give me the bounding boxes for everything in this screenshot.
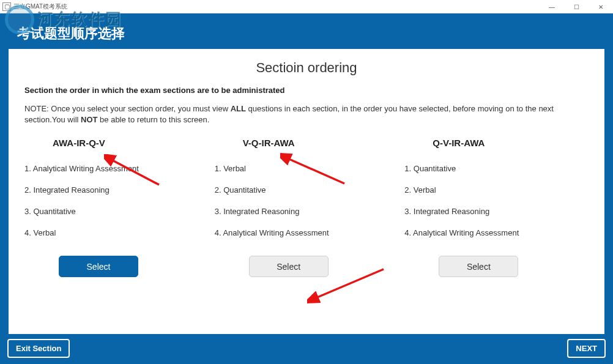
option-title: AWA-IR-Q-V <box>53 138 209 148</box>
next-button[interactable]: NEXT <box>567 339 606 358</box>
option-item: 2. Integrated Reasoning <box>24 185 209 195</box>
option-item: 4. Analytical Writing Assessment <box>404 228 589 237</box>
option-item: 1. Quantitative <box>404 164 589 173</box>
note-bold-1: ALL <box>231 104 246 113</box>
content-card: Sectioin ordering Section the order in w… <box>9 49 604 334</box>
select-button-3[interactable]: Select <box>439 256 518 277</box>
option-item: 4. Verbal <box>24 228 209 237</box>
order-option-1: AWA-IR-Q-V 1. Analytical Writing Assessm… <box>24 138 209 277</box>
exit-section-button[interactable]: Exit Section <box>7 339 70 358</box>
order-option-3: Q-V-IR-AWA 1. Quantitative 2. Verbal 3. … <box>404 138 589 277</box>
option-item: 3. Quantitative <box>24 207 209 216</box>
window-titlebar: ▢ 三立GMAT模考系统 — ☐ ✕ <box>0 0 613 13</box>
select-button-1[interactable]: Select <box>59 256 138 277</box>
option-item: 1. Verbal <box>215 164 399 173</box>
option-item: 3. Integrated Reasoning <box>215 207 399 216</box>
app-icon: ▢ <box>2 2 11 11</box>
card-title: Sectioin ordering <box>24 60 589 76</box>
app-area: 考试题型顺序选择 Sectioin ordering Section the o… <box>0 13 613 364</box>
instruction-bold: Section the order in which the exam sect… <box>24 86 589 95</box>
option-item: 1. Analytical Writing Assessment <box>24 164 209 173</box>
minimize-button[interactable]: — <box>540 0 564 13</box>
option-item: 2. Quantitative <box>215 185 399 195</box>
option-title: V-Q-IR-AWA <box>243 138 399 148</box>
footer-bar: Exit Section NEXT <box>5 334 608 359</box>
page-header: 考试题型顺序选择 <box>5 18 608 49</box>
instruction-note: NOTE: Once you select your section order… <box>24 103 589 125</box>
order-option-2: V-Q-IR-AWA 1. Verbal 2. Quantitative 3. … <box>215 138 399 277</box>
note-text-1: NOTE: Once you select your section order… <box>24 104 231 113</box>
option-item: 2. Verbal <box>404 185 589 195</box>
option-title: Q-V-IR-AWA <box>433 138 589 148</box>
close-button[interactable]: ✕ <box>589 0 613 13</box>
option-item: 4. Analytical Writing Assessment <box>215 228 399 237</box>
note-text-3: be able to return to this screen. <box>97 115 209 124</box>
window-title: 三立GMAT模考系统 <box>13 2 67 11</box>
option-item: 3. Integrated Reasoning <box>404 207 589 216</box>
note-bold-2: NOT <box>81 115 97 124</box>
columns-container: AWA-IR-Q-V 1. Analytical Writing Assessm… <box>24 138 589 277</box>
maximize-button[interactable]: ☐ <box>564 0 589 13</box>
select-button-2[interactable]: Select <box>249 256 329 277</box>
